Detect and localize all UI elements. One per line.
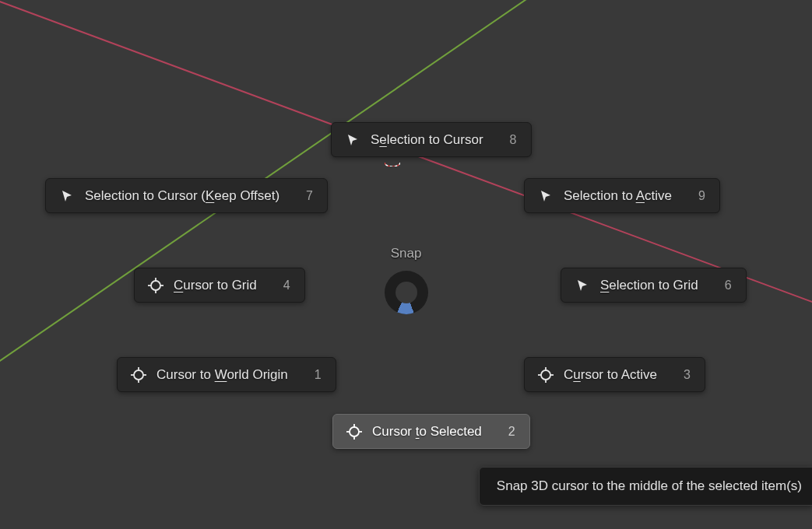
menu-item-shortcut: 9 <box>698 189 705 203</box>
menu-item-shortcut: 2 <box>508 425 515 439</box>
menu-item-label: Selection to Active <box>564 188 672 204</box>
cursor-target-icon <box>130 366 147 384</box>
svg-point-15 <box>350 427 359 436</box>
cursor-target-icon <box>537 366 554 384</box>
tooltip-text: Snap 3D cursor to the middle of the sele… <box>497 478 802 494</box>
pointer-icon <box>344 131 361 149</box>
tooltip: Snap 3D cursor to the middle of the sele… <box>479 467 812 506</box>
menu-item-label: Cursor to World Origin <box>156 367 288 383</box>
menu-item-cursor-to-selected[interactable]: Cursor to Selected 2 <box>332 414 530 449</box>
menu-item-shortcut: 7 <box>306 189 313 203</box>
menu-item-selection-to-active[interactable]: Selection to Active 9 <box>524 178 720 213</box>
menu-item-shortcut: 3 <box>684 368 691 382</box>
menu-item-shortcut: 4 <box>283 279 290 293</box>
cursor-3d-marker <box>385 159 397 163</box>
menu-item-selection-to-cursor[interactable]: Selection to Cursor 8 <box>331 122 532 157</box>
menu-item-shortcut: 1 <box>315 368 322 382</box>
menu-item-label: Cursor to Selected <box>372 424 482 440</box>
cursor-target-icon <box>346 423 363 440</box>
viewport-3d[interactable]: Snap Selection to Cursor 8 Selection to … <box>0 0 812 529</box>
menu-item-cursor-to-active[interactable]: Cursor to Active 3 <box>524 357 705 392</box>
menu-item-label: Selection to Cursor (Keep Offset) <box>85 188 279 204</box>
menu-item-selection-to-grid[interactable]: Selection to Grid 6 <box>561 268 747 303</box>
pointer-icon <box>574 277 591 294</box>
menu-item-selection-to-cursor-keep-offset[interactable]: Selection to Cursor (Keep Offset) 7 <box>45 178 328 213</box>
menu-item-shortcut: 8 <box>510 133 517 147</box>
menu-item-cursor-to-grid[interactable]: Cursor to Grid 4 <box>134 268 305 303</box>
svg-point-10 <box>541 370 550 380</box>
menu-item-label: Selection to Cursor <box>371 132 483 148</box>
pie-menu-title: Snap <box>391 246 422 261</box>
menu-item-cursor-to-world-origin[interactable]: Cursor to World Origin 1 <box>117 357 336 392</box>
svg-point-5 <box>134 370 143 380</box>
cursor-target-icon <box>147 277 164 294</box>
menu-item-label: Selection to Grid <box>600 278 698 293</box>
menu-item-label: Cursor to Active <box>564 367 657 383</box>
menu-item-shortcut: 6 <box>725 279 732 293</box>
pie-menu-dial <box>385 271 428 314</box>
menu-item-label: Cursor to Grid <box>174 278 257 293</box>
svg-point-0 <box>151 281 160 290</box>
pointer-icon <box>537 187 554 205</box>
pointer-icon <box>58 187 76 205</box>
